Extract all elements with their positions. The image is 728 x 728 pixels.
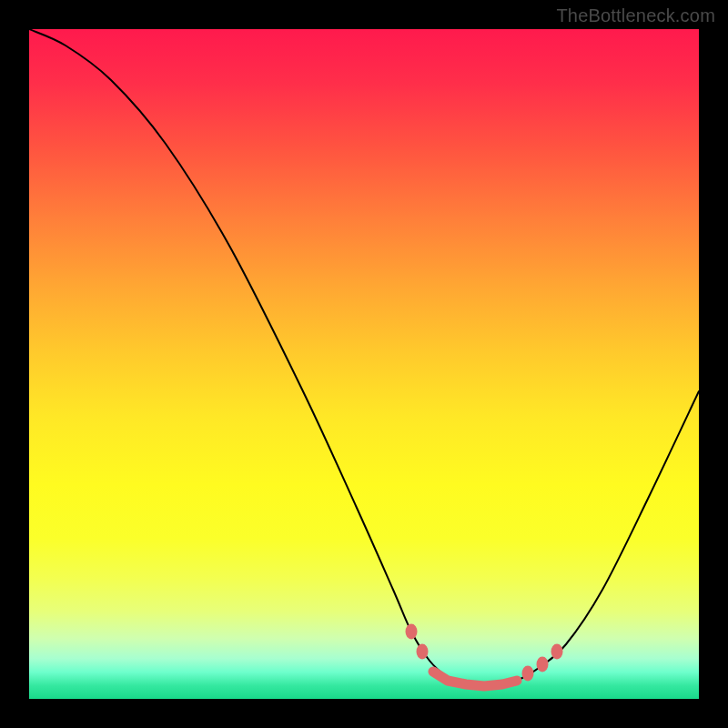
attribution-text: TheBottleneck.com <box>556 5 715 26</box>
chart-background-gradient <box>29 29 699 699</box>
chart-frame: TheBottleneck.com <box>0 0 728 728</box>
